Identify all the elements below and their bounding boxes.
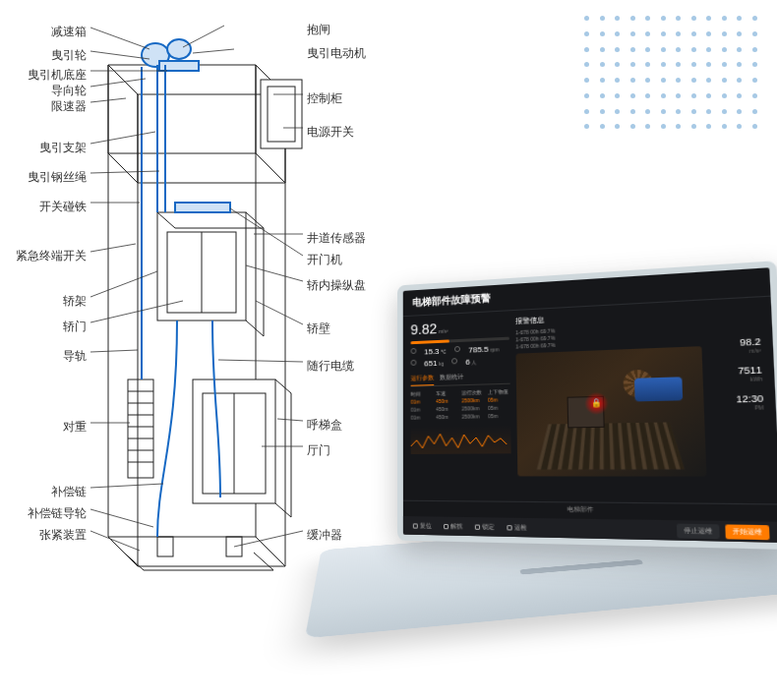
svg-line-33 (90, 244, 136, 252)
tab-running-params[interactable]: 运行参数 (411, 374, 435, 386)
progress-bar (411, 337, 509, 345)
diagram-label: 对重 (63, 419, 87, 436)
metric-weight: 651 (424, 359, 437, 368)
metric-rpm: 785.5 (468, 345, 489, 355)
svg-line-42 (193, 49, 234, 53)
diagram-label: 轿内操纵盘 (307, 277, 366, 294)
svg-line-41 (183, 26, 224, 47)
svg-line-34 (90, 271, 157, 297)
svg-line-31 (90, 171, 159, 173)
data-table: 时间 车速 运行次数 上下物值 01m450m2500km05m 01m450m… (411, 388, 511, 421)
metric-temp: 15.3 (424, 347, 439, 357)
svg-line-49 (218, 360, 303, 362)
metric-people: 6 (465, 358, 470, 367)
diagram-label: 张紧装置 (39, 527, 87, 544)
diagram-label: 曳引钢丝绳 (28, 169, 87, 186)
svg-line-48 (256, 301, 303, 324)
diagram-label: 轿门 (63, 319, 87, 335)
diagram-label: 曳引机底座 (28, 67, 87, 84)
diagram-label: 紧急终端开关 (16, 248, 87, 264)
diagram-label: 随行电缆 (307, 358, 354, 375)
diagram-label: 曳引支架 (39, 140, 87, 156)
footer-inspect-button[interactable]: 运检 (507, 522, 526, 532)
diagram-label: 抱闸 (307, 22, 330, 38)
diagram-label: 缓冲器 (307, 527, 342, 544)
svg-line-39 (90, 509, 153, 527)
right-metrics-column: 98.2m/s² 7511kWh 12:30PM (707, 304, 770, 500)
main-metric-unit: m/s² (439, 328, 448, 334)
diagram-label: 轿架 (63, 293, 87, 310)
sync-icon (413, 523, 418, 528)
main-metric-value: 9.82 (410, 321, 437, 337)
svg-rect-24 (175, 203, 230, 212)
diagram-label: 开关碰铁 (39, 199, 87, 215)
laptop-screen: 电梯部件故障预警 9.82 m/s² 15.3 ℃ 785.5 rpm 651 … (397, 261, 777, 550)
diagram-label: 曳引轮 (51, 47, 87, 64)
diagram-label: 补偿链 (51, 484, 87, 500)
footer-reset-button[interactable]: 复位 (413, 521, 432, 531)
svg-point-19 (167, 39, 191, 59)
diagram-label: 控制柜 (307, 90, 342, 107)
diagram-label: 呼梯盒 (307, 417, 342, 434)
weight-icon (411, 360, 417, 366)
diagram-label: 厅门 (307, 442, 330, 459)
footer-lock-button[interactable]: 锁定 (475, 522, 495, 532)
elevator-3d-render: 🔒 (515, 346, 706, 477)
diagram-label: 限速器 (51, 98, 87, 115)
start-maintenance-button[interactable]: 开始运维 (725, 524, 769, 540)
svg-line-25 (90, 28, 149, 49)
svg-line-38 (90, 484, 163, 488)
dashboard-title: 电梯部件故障预警 (412, 291, 491, 310)
diagram-label: 井道传感器 (307, 230, 366, 247)
diagram-label: 轿壁 (307, 321, 330, 337)
diagram-label: 补偿链导轮 (28, 505, 87, 522)
people-icon (451, 358, 457, 364)
diagram-label: 开门机 (307, 252, 342, 268)
diagram-label: 电源开关 (307, 124, 354, 141)
stop-maintenance-button[interactable]: 停止运维 (677, 523, 720, 539)
diagram-label: 导向轮 (51, 83, 87, 99)
svg-rect-0 (261, 80, 302, 148)
lock-icon: 🔒 (591, 398, 602, 408)
unlock-icon (444, 523, 448, 528)
svg-line-28 (90, 79, 146, 87)
diagram-label: 减速箱 (51, 24, 87, 40)
elevator-diagram: 减速箱曳引轮曳引机底座导向轮限速器曳引支架曳引钢丝绳开关碰铁紧急终端开关轿架轿门… (10, 6, 393, 596)
decorative-dot-grid (584, 16, 761, 134)
data-tabs: 运行参数 数据统计 (411, 371, 510, 386)
svg-line-36 (90, 350, 138, 352)
sparkline-chart (411, 425, 511, 454)
svg-line-52 (234, 531, 303, 547)
rpm-icon (454, 346, 460, 352)
tab-data-stats[interactable]: 数据统计 (440, 373, 463, 385)
diagram-label: 导轨 (63, 348, 87, 365)
diagram-label: 曳引电动机 (307, 45, 366, 62)
svg-line-40 (90, 531, 140, 551)
inspect-icon (507, 525, 511, 530)
mid-label: 电梯部件 (568, 506, 594, 513)
laptop-mockup: 电梯部件故障预警 9.82 m/s² 15.3 ℃ 785.5 rpm 651 … (372, 277, 777, 690)
svg-rect-8 (128, 379, 153, 478)
lock-icon (475, 524, 480, 529)
footer-toolbar: 复位 解扰 锁定 运检 停止运维 开始运维 (403, 516, 777, 543)
footer-unlock-button[interactable]: 解扰 (444, 521, 462, 531)
left-metrics-column: 9.82 m/s² 15.3 ℃ 785.5 rpm 651 kg 6 人 运行… (410, 317, 511, 497)
temp-icon (411, 348, 417, 354)
svg-line-47 (246, 265, 303, 281)
svg-rect-16 (157, 537, 173, 556)
svg-line-50 (277, 419, 303, 421)
svg-line-30 (90, 132, 155, 144)
